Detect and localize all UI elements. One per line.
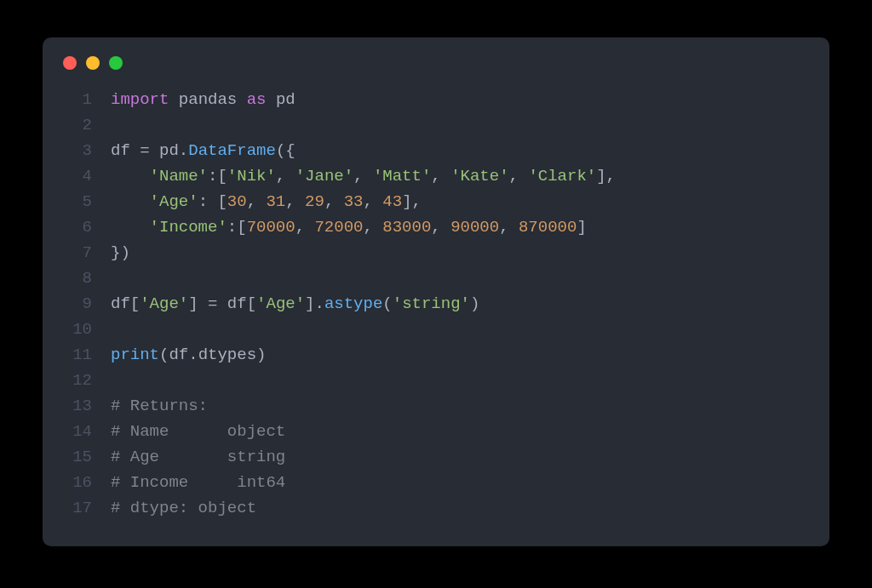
code-line: 4 'Name':['Nik', 'Jane', 'Matt', 'Kate',… — [60, 163, 809, 189]
code-content — [111, 112, 809, 138]
line-number: 16 — [60, 470, 111, 495]
line-number: 11 — [60, 342, 111, 368]
code-content: 'Income':[70000, 72000, 83000, 90000, 87… — [111, 214, 809, 240]
code-content — [111, 368, 809, 393]
code-line: 6 'Income':[70000, 72000, 83000, 90000, … — [60, 214, 809, 240]
code-comment: # Age string — [111, 444, 809, 470]
code-window: 1 import pandas as pd 2 3 df = pd.DataFr… — [43, 37, 829, 546]
window-titlebar — [43, 37, 829, 70]
line-number: 4 — [60, 163, 111, 189]
code-line: 5 'Age': [30, 31, 29, 33, 43], — [60, 189, 809, 214]
code-content: 'Age': [30, 31, 29, 33, 43], — [111, 189, 809, 214]
code-comment: # Name object — [111, 419, 809, 444]
line-number: 6 — [60, 214, 111, 240]
line-number: 3 — [60, 138, 111, 163]
line-number: 13 — [60, 393, 111, 419]
code-content: df['Age'] = df['Age'].astype('string') — [111, 291, 809, 317]
line-number: 2 — [60, 112, 111, 138]
code-comment: # dtype: object — [111, 495, 809, 521]
code-line: 9 df['Age'] = df['Age'].astype('string') — [60, 291, 809, 317]
line-number: 14 — [60, 419, 111, 444]
code-line: 14 # Name object — [60, 419, 809, 444]
line-number: 15 — [60, 444, 111, 470]
close-icon[interactable] — [63, 56, 77, 70]
line-number: 12 — [60, 368, 111, 393]
code-line: 7 }) — [60, 240, 809, 265]
code-content: print(df.dtypes) — [111, 342, 809, 368]
line-number: 8 — [60, 265, 111, 291]
code-line: 12 — [60, 368, 809, 393]
code-block: 1 import pandas as pd 2 3 df = pd.DataFr… — [43, 70, 829, 521]
line-number: 7 — [60, 240, 111, 265]
line-number: 17 — [60, 495, 111, 521]
code-line: 11 print(df.dtypes) — [60, 342, 809, 368]
code-line: 3 df = pd.DataFrame({ — [60, 138, 809, 163]
code-line: 15 # Age string — [60, 444, 809, 470]
code-line: 10 — [60, 317, 809, 342]
line-number: 10 — [60, 317, 111, 342]
line-number: 1 — [60, 87, 111, 112]
line-number: 5 — [60, 189, 111, 214]
code-content — [111, 317, 809, 342]
code-content: }) — [111, 240, 809, 265]
code-line: 13 # Returns: — [60, 393, 809, 419]
code-content: import pandas as pd — [111, 87, 809, 112]
code-line: 1 import pandas as pd — [60, 87, 809, 112]
code-content — [111, 265, 809, 291]
code-content: df = pd.DataFrame({ — [111, 138, 809, 163]
line-number: 9 — [60, 291, 111, 317]
code-line: 2 — [60, 112, 809, 138]
code-line: 17 # dtype: object — [60, 495, 809, 521]
code-comment: # Returns: — [111, 393, 809, 419]
code-line: 16 # Income int64 — [60, 470, 809, 495]
code-comment: # Income int64 — [111, 470, 809, 495]
code-content: 'Name':['Nik', 'Jane', 'Matt', 'Kate', '… — [111, 163, 809, 189]
zoom-icon[interactable] — [109, 56, 123, 70]
code-line: 8 — [60, 265, 809, 291]
minimize-icon[interactable] — [86, 56, 100, 70]
